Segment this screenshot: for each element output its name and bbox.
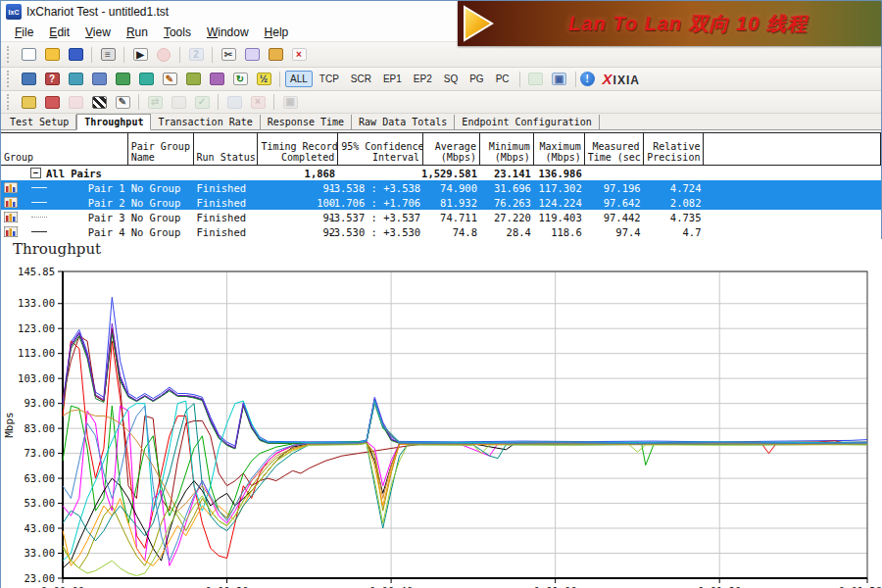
filter-scr-button[interactable]: SCR [346, 71, 376, 87]
table-row-all-pairs[interactable]: −All Pairs1,8681,529.58123.141136.986 [1, 166, 881, 180]
column-header[interactable]: Timing RecordsCompleted [258, 133, 338, 165]
series-pair-15 [63, 410, 867, 518]
table-row-pair-1[interactable]: Pair 1No GroupFinished91-3.538 : +3.5387… [1, 180, 881, 195]
lock-group-icon: ▣ [283, 96, 298, 109]
column-header[interactable]: RelativePrecision [644, 133, 705, 165]
collapse-expander[interactable]: − [30, 168, 41, 178]
svg-text:103.00: 103.00 [18, 372, 55, 384]
pairs-table: GroupPair GroupNameRun StatusTiming Reco… [1, 132, 881, 239]
column-header[interactable]: Minimum(Mbps) [480, 133, 534, 165]
toolbar-separator [91, 47, 92, 63]
run-options-icon [210, 73, 224, 85]
add-camera-pair-button[interactable] [135, 70, 157, 89]
table-body: −All Pairs1,8681,529.58123.141136.986Pai… [1, 166, 881, 239]
window-restore-button[interactable]: ▣ [549, 70, 570, 89]
tab-response-time[interactable]: Response Time [261, 115, 352, 129]
filter-tcp-button[interactable]: TCP [315, 71, 344, 87]
series-pair-14 [63, 443, 867, 575]
toolbar-separator [123, 47, 124, 63]
column-header[interactable]: Group [1, 133, 128, 165]
table-row-pair-2[interactable]: Pair 2No GroupFinished100-1.706 : +1.706… [1, 195, 881, 210]
tab-test-setup[interactable]: Test Setup [3, 115, 76, 129]
save-button[interactable] [65, 45, 86, 65]
menu-run[interactable]: Run [119, 24, 156, 41]
apply-icon: ✓ [195, 96, 210, 109]
checkered-flag-button[interactable] [88, 92, 110, 112]
app-window: IxC IxChariot Test - untitled1.tst Lan T… [0, 0, 882, 588]
swap-endpoints-button[interactable]: ½ [253, 70, 274, 89]
run-options-button[interactable] [206, 70, 227, 89]
results-toolbar: ✎⇄✓×▣ [1, 91, 881, 114]
cut-button[interactable]: ✂ [218, 45, 239, 65]
delete-icon: × [292, 48, 307, 61]
column-header[interactable]: Maximum(Mbps) [534, 133, 585, 165]
voip-test-button [65, 92, 86, 112]
print-icon: ≡ [101, 48, 116, 61]
copy-results-button[interactable] [18, 92, 39, 112]
new-document-button[interactable] [18, 45, 39, 65]
pair-name: Pair 3 [47, 212, 128, 223]
menu-window[interactable]: Window [199, 24, 257, 41]
add-voip-pair-button[interactable]: ? [41, 70, 63, 89]
swap-pairs-button: ⇄ [144, 92, 166, 112]
table-header: GroupPair GroupNameRun StatusTiming Reco… [1, 132, 881, 166]
open-folder-button[interactable] [41, 45, 63, 65]
ixia-logo: XIXIA [603, 71, 640, 87]
pair-name: Pair 4 [47, 226, 128, 238]
add-video-pair-button[interactable] [112, 70, 133, 89]
column-header[interactable]: Average(Mbps) [423, 133, 480, 165]
copy-button[interactable] [241, 45, 263, 65]
svg-text:Mbps: Mbps [3, 412, 16, 438]
filter-pg-button[interactable]: PG [465, 71, 488, 87]
series-pair-7 [63, 406, 867, 565]
add-multicast-group-button[interactable] [88, 70, 110, 89]
apply-button: ✓ [191, 92, 213, 112]
refresh-run-button[interactable]: ↻ [229, 70, 251, 89]
paste-button[interactable] [265, 45, 286, 65]
filter-sq-button[interactable]: SQ [439, 71, 463, 87]
column-header[interactable] [704, 133, 881, 165]
tab-endpoint-configuration[interactable]: Endpoint Configuration [455, 115, 599, 129]
add-pair-button[interactable] [18, 70, 39, 89]
milestone-flag-button[interactable] [41, 92, 63, 112]
api-button [525, 70, 547, 89]
edit-script-button[interactable]: ✎ [159, 70, 180, 89]
toolbar-separator [179, 47, 180, 63]
chart-plot: 145.85133.00123.00113.00103.0093.0083.00… [1, 239, 882, 588]
toolbar-separator [218, 94, 219, 110]
run-test-button[interactable]: ▶ [129, 45, 151, 65]
add-camera-pair-icon [139, 73, 154, 85]
column-header[interactable]: MeasuredTime (sec) [585, 133, 644, 165]
filter-pc-button[interactable]: PC [491, 71, 514, 87]
toolbar-separator [138, 94, 139, 110]
table-row-pair-4[interactable]: Pair 4No GroupFinished92-3.530 : +3.5307… [1, 224, 881, 239]
svg-text:83.00: 83.00 [24, 422, 55, 434]
api-icon [528, 73, 543, 85]
add-voip-pair-icon: ? [45, 73, 60, 85]
menu-file[interactable]: File [7, 24, 41, 41]
banner-play-icon [462, 5, 495, 42]
edit-comment-icon: ✎ [116, 96, 130, 109]
series-pair-2 [63, 297, 867, 446]
add-hardware-pair-button[interactable] [65, 70, 86, 89]
print-button[interactable]: ≡ [97, 45, 119, 65]
menu-tools[interactable]: Tools [156, 24, 199, 41]
tab-throughput[interactable]: Throughput [76, 114, 151, 130]
column-header[interactable]: 95% ConfidenceInterval [338, 133, 423, 165]
info-icon[interactable]: ! [580, 72, 595, 86]
menu-view[interactable]: View [77, 24, 119, 41]
menu-edit[interactable]: Edit [41, 24, 77, 41]
tab-transaction-rate[interactable]: Transaction Rate [151, 115, 260, 129]
menu-help[interactable]: Help [257, 24, 297, 41]
tab-raw-data-totals[interactable]: Raw Data Totals [352, 115, 455, 129]
filter-ep1-button[interactable]: EP1 [378, 71, 407, 87]
column-header[interactable]: Pair GroupName [128, 133, 194, 165]
column-header[interactable]: Run Status [194, 133, 259, 165]
sign-pair-icon [186, 73, 201, 85]
edit-comment-button[interactable]: ✎ [112, 92, 133, 112]
delete-button[interactable]: × [288, 45, 310, 65]
filter-all-button[interactable]: ALL [285, 71, 313, 87]
sign-pair-button[interactable] [182, 70, 204, 89]
filter-ep2-button[interactable]: EP2 [409, 71, 437, 87]
table-row-pair-3[interactable]: Pair 3No GroupFinished91-3.537 : +3.5377… [1, 210, 881, 224]
